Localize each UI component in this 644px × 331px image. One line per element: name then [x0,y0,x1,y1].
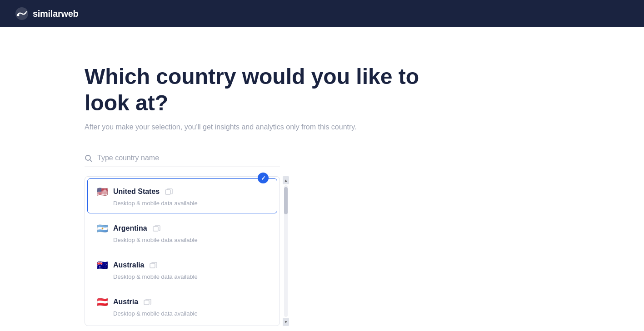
scroll-track[interactable] [284,185,288,317]
svg-rect-5 [153,227,158,231]
flag-at: 🇦🇹 [96,296,109,308]
selected-badge: ✓ [258,173,269,183]
flag-us: 🇺🇸 [96,185,109,198]
country-item-at-header: 🇦🇹 Austria [96,296,269,308]
country-data-ar: Desktop & mobile data available [96,237,269,243]
copy-icon-ar [153,225,161,232]
logo-text: similarweb [33,9,78,19]
search-icon [85,154,93,163]
svg-rect-6 [150,263,155,268]
navbar: similarweb [0,0,644,27]
main-content: Which country would you like to look at?… [0,27,644,326]
scroll-thumb[interactable] [284,187,288,214]
country-data-us: Desktop & mobile data available [96,200,269,207]
flag-ar: 🇦🇷 [96,222,109,235]
country-item-au-header: 🇦🇺 Australia [96,259,269,272]
svg-line-3 [90,159,92,162]
country-name-at: Austria [113,298,138,306]
scrollbar[interactable]: ▲ ▼ [283,176,289,326]
search-container [85,149,280,167]
scroll-down-arrow[interactable]: ▼ [283,318,289,326]
country-data-at: Desktop & mobile data available [96,310,269,317]
page-title: Which country would you like to look at? [85,64,448,116]
country-item-ar[interactable]: 🇦🇷 Argentina Desktop & mobile data avail… [87,215,277,250]
scroll-up-arrow[interactable]: ▲ [283,176,289,184]
similarweb-logo-icon [15,6,29,21]
svg-point-1 [17,14,20,16]
country-name-au: Australia [113,261,144,269]
country-data-au: Desktop & mobile data available [96,273,269,280]
country-name-us: United States [113,188,160,196]
flag-au: 🇦🇺 [96,259,109,272]
svg-rect-7 [144,300,149,305]
country-list-wrapper: ✓ 🇺🇸 United States Desktop & mobile data… [85,176,280,326]
page-subtitle: After you make your selection, you'll ge… [85,123,644,131]
country-item-ar-header: 🇦🇷 Argentina [96,222,269,235]
country-name-ar: Argentina [113,224,147,232]
country-list: 🇺🇸 United States Desktop & mobile data a… [85,176,280,326]
country-item-us-header: 🇺🇸 United States [96,185,269,198]
copy-icon-at [144,299,152,305]
country-item-at[interactable]: 🇦🇹 Austria Desktop & mobile data availab… [87,289,277,324]
copy-icon-au [150,262,158,268]
logo[interactable]: similarweb [15,6,78,21]
search-input[interactable] [85,149,280,167]
country-item-au[interactable]: 🇦🇺 Australia Desktop & mobile data avail… [87,252,277,287]
copy-icon-us [165,188,173,195]
country-item-us[interactable]: 🇺🇸 United States Desktop & mobile data a… [87,178,277,213]
svg-rect-4 [165,190,170,194]
